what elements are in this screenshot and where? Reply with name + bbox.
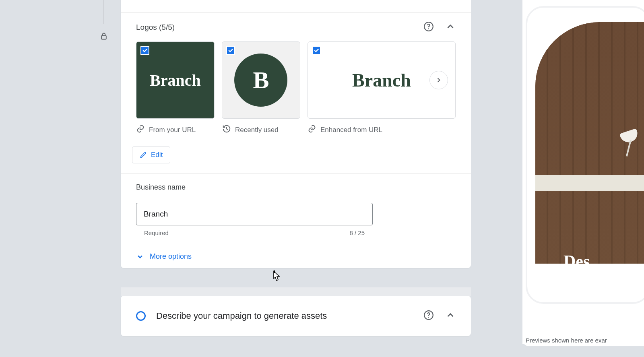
help-icon[interactable] [423, 310, 434, 322]
brand-logo-letter: B [253, 66, 269, 94]
describe-title: Describe your campaign to generate asset… [156, 311, 327, 321]
edit-label: Edit [151, 151, 163, 159]
logo-tiles-row: Branch B Branch [121, 33, 471, 119]
edit-logos-button[interactable]: Edit [132, 147, 170, 163]
brand-circle-logo: B [234, 54, 287, 107]
lamp-graphic [621, 131, 644, 163]
business-name-label: Business name [136, 183, 456, 192]
logo-tile-dark[interactable]: Branch [136, 41, 215, 119]
history-icon [222, 124, 231, 135]
assets-card: Logos (5/5) Branch B [121, 0, 471, 268]
checkbox-checked-icon[interactable] [226, 46, 235, 55]
help-icon[interactable] [423, 21, 434, 33]
svg-point-2 [428, 28, 429, 29]
link-icon [308, 124, 316, 135]
business-required-hint: Required [144, 229, 169, 236]
preview-disclaimer: Previews shown here are exar [522, 337, 644, 344]
stepper-track [103, 0, 104, 24]
describe-campaign-card[interactable]: Describe your campaign to generate asset… [121, 296, 471, 336]
logos-title: Logos (5/5) [136, 23, 175, 32]
next-logo-button[interactable] [429, 71, 448, 89]
svg-point-4 [428, 317, 429, 318]
preview-panel: Des Previews shown here are exar [522, 0, 644, 346]
card-gap [121, 287, 471, 296]
business-char-counter: 8 / 25 [349, 229, 365, 236]
preview-headline: Des [564, 252, 590, 264]
link-icon [136, 124, 145, 135]
more-options-toggle[interactable]: More options [121, 240, 471, 264]
collapse-icon[interactable] [445, 310, 456, 322]
phone-preview-frame: Des [526, 6, 644, 304]
checkbox-checked-icon[interactable] [312, 46, 321, 55]
caption-enhanced: Enhanced from URL [320, 126, 382, 134]
caption-from-url: From your URL [149, 126, 196, 134]
ad-preview-image: Des [535, 22, 644, 264]
logo-tile-wide[interactable]: Branch [308, 41, 456, 119]
svg-rect-0 [101, 35, 106, 39]
checkbox-checked-icon[interactable] [140, 46, 149, 55]
caption-recently-used: Recently used [235, 126, 279, 134]
business-name-input[interactable] [136, 203, 373, 225]
radio-unselected-icon[interactable] [136, 311, 146, 321]
more-options-label: More options [150, 252, 192, 261]
collapse-icon[interactable] [445, 21, 456, 33]
lock-icon [100, 31, 108, 43]
brand-logo-text: Branch [150, 71, 201, 90]
brand-logo-text-dark: Branch [352, 70, 411, 91]
logo-captions: From your URL Recently used Enhanced fro… [121, 119, 471, 135]
logo-tile-circle[interactable]: B [222, 41, 300, 119]
